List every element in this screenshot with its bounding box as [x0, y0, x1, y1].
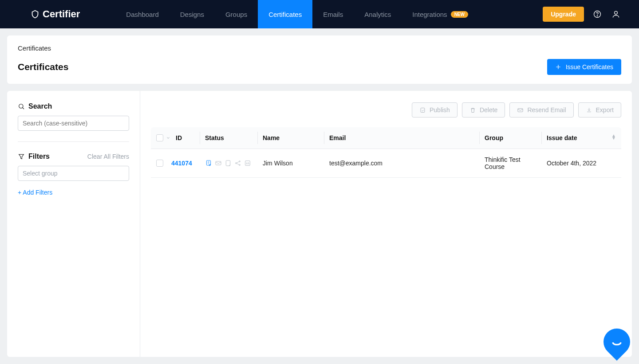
th-id: ID — [176, 134, 182, 141]
search-input[interactable] — [18, 116, 129, 131]
filter-icon — [18, 153, 25, 160]
filters-title: Filters — [28, 153, 50, 160]
resend-email-button[interactable]: Resend Email — [509, 102, 573, 117]
cert-icon — [205, 160, 212, 167]
brand-logo[interactable]: Certifier — [30, 8, 80, 20]
plus-icon — [555, 64, 561, 70]
cell-name: Jim Wilson — [257, 149, 324, 178]
breadcrumb: Certificates — [18, 44, 621, 52]
row-checkbox[interactable] — [156, 160, 163, 167]
status-icons — [205, 160, 252, 167]
th-group: Group — [479, 127, 541, 149]
svg-rect-5 — [518, 108, 523, 112]
doc-icon — [225, 160, 232, 167]
badge-new: NEW — [451, 11, 468, 18]
publish-button[interactable]: Publish — [412, 102, 458, 117]
upgrade-button[interactable]: Upgrade — [543, 7, 584, 22]
th-issue-date: Issue date — [547, 134, 577, 141]
svg-point-11 — [239, 161, 241, 162]
svg-point-10 — [236, 163, 237, 164]
th-name: Name — [257, 127, 324, 149]
sort-icon[interactable]: ▲▼ — [611, 134, 616, 140]
download-icon — [586, 107, 592, 114]
nav-certificates[interactable]: Certificates — [258, 0, 312, 28]
svg-point-12 — [239, 164, 241, 166]
svg-point-7 — [209, 164, 210, 165]
nav-groups[interactable]: Groups — [215, 0, 258, 28]
add-filters-link[interactable]: + Add Filters — [18, 189, 129, 196]
clear-filters-link[interactable]: Clear All Filters — [87, 153, 129, 160]
nav-integrations[interactable]: Integrations NEW — [402, 0, 479, 28]
delete-button[interactable]: Delete — [462, 102, 505, 117]
th-status: Status — [200, 127, 257, 149]
cell-email: test@example.com — [324, 149, 479, 178]
issue-certificates-button[interactable]: Issue Certificates — [547, 59, 621, 75]
search-icon — [18, 103, 25, 110]
svg-rect-8 — [216, 161, 221, 165]
linkedin-icon — [244, 160, 251, 167]
publish-icon — [419, 107, 426, 114]
table-row: 441074 Jim Wilson test@example.com Think… — [151, 149, 621, 178]
mail-icon — [215, 160, 222, 167]
select-all-checkbox[interactable] — [156, 134, 163, 141]
share-icon — [234, 160, 241, 167]
nav-designs[interactable]: Designs — [170, 0, 215, 28]
mail-icon — [517, 107, 524, 114]
help-icon[interactable] — [592, 9, 603, 20]
svg-point-1 — [597, 16, 597, 16]
search-title: Search — [28, 102, 52, 110]
group-select[interactable]: Select group — [18, 166, 129, 181]
export-button[interactable]: Export — [578, 102, 621, 117]
brand-name: Certifier — [43, 8, 80, 20]
th-email: Email — [324, 127, 479, 149]
svg-point-3 — [19, 104, 23, 108]
nav-emails[interactable]: Emails — [312, 0, 354, 28]
cell-issue-date: October 4th, 2022 — [541, 149, 621, 178]
cert-id-link[interactable]: 441074 — [171, 160, 192, 167]
shield-icon — [30, 9, 40, 19]
page-title: Certificates — [18, 62, 68, 72]
cell-group: Thinkific Test Course — [479, 149, 541, 178]
user-icon[interactable] — [611, 9, 621, 20]
smile-icon — [610, 335, 624, 349]
svg-point-2 — [615, 11, 618, 14]
nav-dashboard[interactable]: Dashboard — [115, 0, 169, 28]
trash-icon — [469, 107, 476, 114]
nav-analytics[interactable]: Analytics — [354, 0, 402, 28]
chevron-down-icon[interactable] — [166, 136, 170, 140]
svg-rect-4 — [421, 108, 425, 112]
svg-rect-6 — [206, 160, 210, 165]
